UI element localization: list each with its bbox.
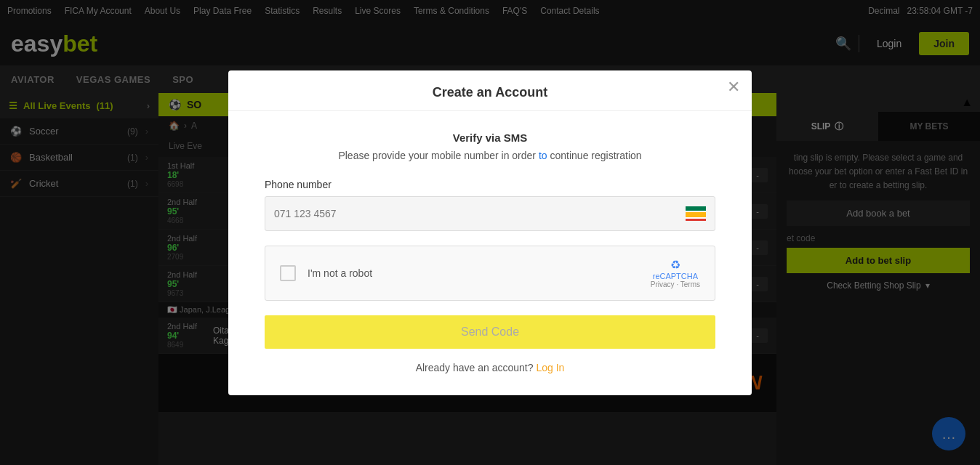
send-code-button[interactable]: Send Code bbox=[265, 315, 715, 349]
sa-flag-icon bbox=[686, 206, 706, 221]
terms-link[interactable]: Terms bbox=[680, 280, 700, 288]
modal-close-button[interactable]: ✕ bbox=[727, 79, 740, 95]
already-account: Already have an account? Log In bbox=[265, 362, 715, 373]
phone-input-wrap bbox=[265, 196, 715, 231]
captcha-links: Privacy · Terms bbox=[651, 280, 700, 288]
captcha-checkbox[interactable] bbox=[280, 265, 296, 281]
modal-subtitle: Verify via SMS bbox=[265, 132, 715, 144]
phone-field-label: Phone number bbox=[265, 179, 715, 190]
recaptcha-icon: ♻ bbox=[651, 258, 700, 272]
modal: Create an Account ✕ Verify via SMS Pleas… bbox=[228, 70, 752, 395]
already-account-text: Already have an account? bbox=[416, 362, 534, 373]
highlight-word: to bbox=[539, 150, 547, 161]
modal-overlay[interactable]: Create an Account ✕ Verify via SMS Pleas… bbox=[0, 0, 980, 465]
phone-input[interactable] bbox=[274, 208, 686, 219]
modal-title: Create an Account bbox=[228, 70, 752, 111]
login-link[interactable]: Log In bbox=[536, 362, 564, 373]
privacy-link[interactable]: Privacy bbox=[651, 280, 675, 288]
captcha-label: I'm not a robot bbox=[308, 267, 639, 279]
captcha-branding: ♻ reCAPTCHA Privacy · Terms bbox=[651, 258, 700, 288]
recaptcha-brand: reCAPTCHA bbox=[651, 272, 700, 280]
captcha-box: I'm not a robot ♻ reCAPTCHA Privacy · Te… bbox=[265, 246, 715, 301]
modal-description: Please provide your mobile number in ord… bbox=[265, 150, 715, 161]
modal-body: Verify via SMS Please provide your mobil… bbox=[228, 111, 752, 395]
